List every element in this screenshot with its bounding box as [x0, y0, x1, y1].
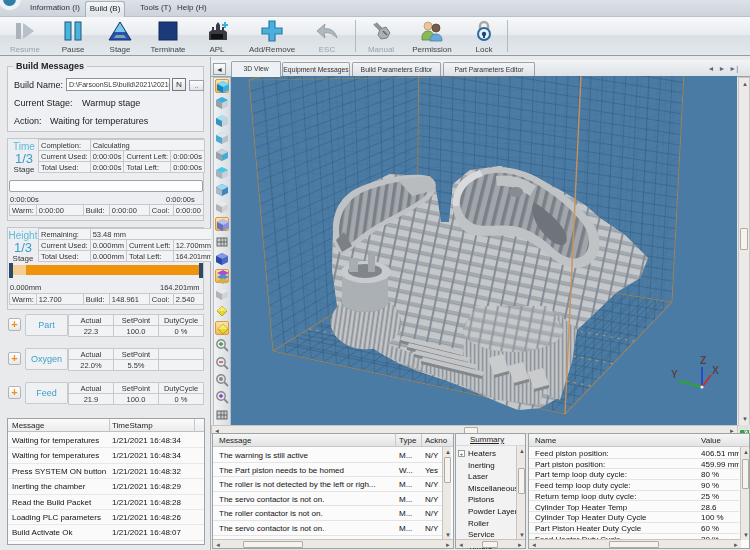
- svg-text:Y: Y: [671, 369, 678, 380]
- svg-text:X: X: [712, 365, 719, 376]
- svg-text:Z: Z: [700, 355, 706, 366]
